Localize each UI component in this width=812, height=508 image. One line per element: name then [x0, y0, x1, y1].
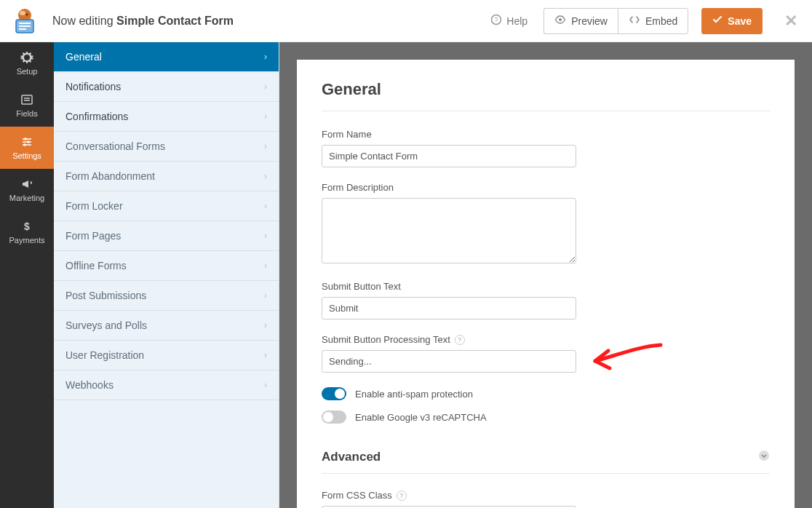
chevron-right-icon: ›	[264, 320, 267, 330]
nav-setup[interactable]: Setup	[0, 42, 54, 84]
save-label: Save	[728, 15, 752, 27]
svg-rect-5	[19, 25, 31, 27]
eye-icon	[554, 14, 566, 28]
wpforms-logo	[9, 7, 38, 36]
settings-item-label: Post Submissions	[65, 290, 146, 301]
check-icon	[712, 15, 723, 27]
chevron-right-icon: ›	[264, 350, 267, 360]
nav-settings[interactable]: Settings	[0, 127, 54, 169]
form-description-label: Form Description	[322, 182, 576, 193]
help-icon: ?	[490, 14, 502, 28]
chevron-right-icon: ›	[264, 171, 267, 181]
form-description-input[interactable]	[322, 198, 576, 263]
svg-point-2	[26, 13, 28, 15]
embed-button[interactable]: Embed	[618, 8, 688, 34]
settings-sidebar: General›Notifications›Confirmations›Conv…	[54, 42, 279, 508]
chevron-right-icon: ›	[264, 380, 267, 390]
bullhorn-icon	[20, 178, 33, 191]
svg-point-9	[559, 18, 562, 21]
submit-text-input[interactable]	[322, 297, 576, 320]
chevron-right-icon: ›	[264, 261, 267, 271]
svg-rect-6	[19, 28, 26, 30]
help-label: Help	[506, 15, 528, 27]
close-icon[interactable]: ✕	[784, 12, 797, 31]
embed-label: Embed	[645, 15, 677, 27]
form-name-input[interactable]	[322, 145, 576, 167]
settings-item-label: Offline Forms	[65, 260, 127, 271]
help-tooltip-icon[interactable]: ?	[455, 335, 465, 345]
settings-item-label: Confirmations	[65, 111, 128, 122]
chevron-right-icon: ›	[264, 201, 267, 211]
nav-label: Payments	[9, 236, 45, 245]
settings-item-form-locker[interactable]: Form Locker›	[54, 191, 279, 221]
settings-item-label: Notifications	[65, 81, 121, 92]
svg-point-16	[27, 140, 30, 143]
settings-panel: General Form Name Form Description Submi…	[297, 60, 795, 508]
chevron-right-icon: ›	[264, 111, 267, 122]
settings-item-label: Form Abandonment	[65, 170, 155, 182]
left-nav: SetupFieldsSettingsMarketing$Payments	[0, 42, 54, 508]
settings-item-form-abandonment[interactable]: Form Abandonment›	[54, 162, 279, 191]
chevron-right-icon: ›	[264, 82, 267, 92]
settings-item-label: Surveys and Polls	[65, 320, 147, 331]
svg-text:?: ?	[495, 16, 498, 23]
help-link[interactable]: ? Help	[490, 14, 528, 28]
settings-item-surveys-and-polls[interactable]: Surveys and Polls›	[54, 311, 279, 341]
editing-form-name: Simple Contact Form	[116, 15, 234, 27]
form-name-label: Form Name	[322, 129, 576, 140]
dollar-icon: $	[20, 220, 33, 233]
nav-payments[interactable]: $Payments	[0, 211, 54, 253]
settings-item-label: Form Locker	[65, 200, 123, 212]
settings-item-label: User Registration	[65, 349, 144, 361]
preview-label: Preview	[571, 15, 608, 27]
settings-item-conversational-forms[interactable]: Conversational Forms›	[54, 132, 279, 162]
settings-item-label: Webhooks	[65, 379, 114, 391]
svg-point-14	[24, 138, 27, 140]
settings-item-confirmations[interactable]: Confirmations›	[54, 102, 279, 132]
settings-item-post-submissions[interactable]: Post Submissions›	[54, 281, 279, 311]
antispam-toggle[interactable]	[322, 387, 346, 400]
form-css-class-label: Form CSS Class ?	[322, 490, 576, 501]
nav-label: Fields	[16, 109, 37, 118]
top-bar: Now editing Simple Contact Form ? Help P…	[0, 0, 812, 42]
svg-rect-4	[19, 23, 31, 24]
editing-prefix: Now editing	[52, 15, 116, 27]
chevron-right-icon: ›	[264, 290, 267, 301]
preview-button[interactable]: Preview	[544, 8, 618, 34]
antispam-toggle-label: Enable anti-spam protection	[355, 389, 473, 400]
settings-item-notifications[interactable]: Notifications›	[54, 72, 279, 102]
chevron-right-icon: ›	[264, 52, 267, 62]
svg-point-18	[23, 143, 26, 146]
chevron-right-icon: ›	[264, 231, 267, 241]
submit-processing-input[interactable]	[322, 350, 576, 373]
save-button[interactable]: Save	[701, 8, 763, 34]
advanced-title: Advanced	[322, 450, 381, 464]
recaptcha-toggle[interactable]	[322, 410, 346, 424]
stage: General Form Name Form Description Submi…	[279, 42, 812, 508]
settings-item-general[interactable]: General›	[54, 42, 279, 72]
code-icon	[629, 14, 640, 28]
submit-text-label: Submit Button Text	[322, 281, 576, 292]
settings-item-form-pages[interactable]: Form Pages›	[54, 221, 279, 251]
recaptcha-toggle-row: Enable Google v3 reCAPTCHA	[322, 410, 770, 424]
settings-item-offline-forms[interactable]: Offline Forms›	[54, 251, 279, 281]
sliders-icon	[20, 135, 33, 148]
settings-item-label: General	[65, 51, 102, 63]
list-icon	[20, 93, 33, 106]
chevron-right-icon: ›	[264, 141, 267, 151]
recaptcha-toggle-label: Enable Google v3 reCAPTCHA	[355, 412, 487, 423]
settings-item-user-registration[interactable]: User Registration›	[54, 341, 279, 370]
advanced-section-header[interactable]: Advanced	[322, 434, 770, 474]
gear-icon	[20, 51, 33, 64]
settings-item-label: Form Pages	[65, 230, 121, 242]
settings-item-label: Conversational Forms	[65, 140, 165, 152]
nav-fields[interactable]: Fields	[0, 84, 54, 127]
nav-marketing[interactable]: Marketing	[0, 169, 54, 211]
svg-point-20	[759, 451, 769, 461]
submit-processing-label: Submit Button Processing Text ?	[322, 334, 576, 345]
help-tooltip-icon[interactable]: ?	[397, 491, 407, 501]
nav-label: Settings	[12, 151, 41, 160]
panel-title: General	[322, 80, 770, 111]
settings-item-webhooks[interactable]: Webhooks›	[54, 370, 279, 400]
svg-text:$: $	[24, 221, 30, 232]
